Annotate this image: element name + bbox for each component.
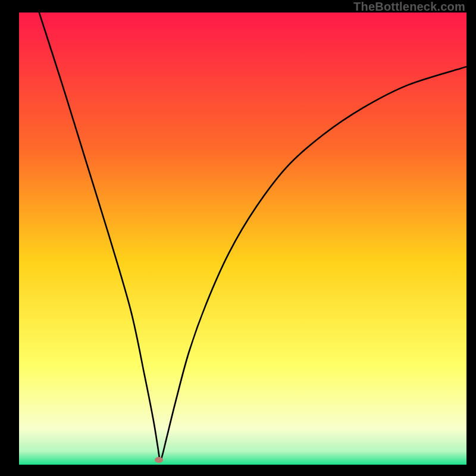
bottleneck-curve <box>19 12 466 465</box>
watermark-text: TheBottleneck.com <box>353 0 465 14</box>
chart-frame <box>19 12 466 465</box>
optimal-point-marker <box>155 457 163 463</box>
